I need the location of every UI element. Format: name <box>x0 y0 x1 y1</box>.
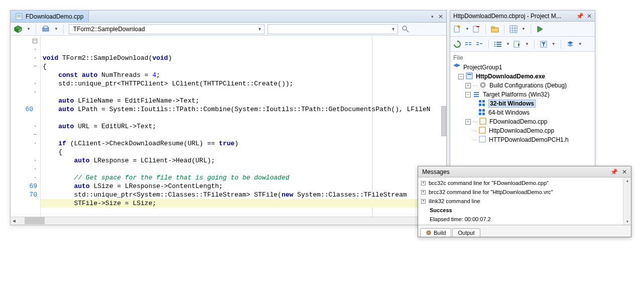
cpp-file-icon <box>479 118 487 126</box>
gear-icon <box>426 230 432 236</box>
message-line-success[interactable]: Success <box>418 206 631 215</box>
remove-file-icon[interactable] <box>472 25 480 33</box>
messages-panel: Messages 📌 ✕ + bcc32c command line for "… <box>418 166 631 237</box>
messages-titlebar: Messages 📌 ✕ <box>418 166 631 177</box>
dropdown-arrow-icon[interactable]: ▼ <box>525 42 529 46</box>
secondary-selector-dropdown[interactable]: ▼ <box>268 24 398 34</box>
code-line <box>41 131 446 139</box>
horizontal-scrollbar[interactable]: ◂ <box>11 217 446 225</box>
close-tab-icon[interactable]: ✕ <box>438 13 443 20</box>
pin-icon[interactable]: 📌 <box>576 13 584 20</box>
cube-icon[interactable] <box>14 25 23 34</box>
svg-rect-25 <box>465 42 468 43</box>
svg-rect-53 <box>482 100 485 103</box>
svg-rect-33 <box>496 42 501 43</box>
message-line[interactable]: + ilink32 command line <box>418 197 631 206</box>
tree-expand-icon[interactable]: + <box>465 83 471 88</box>
tree-collapse-icon[interactable]: − <box>458 74 464 79</box>
dropdown-arrow-icon[interactable]: ▼ <box>27 27 31 31</box>
close-panel-icon[interactable]: ✕ <box>622 168 627 175</box>
code-line: if (LClient->CheckDownloadResume(URL) ==… <box>41 139 446 148</box>
method-selector-dropdown[interactable]: TForm2::SampleDownload ▼ <box>69 24 265 34</box>
pin-icon[interactable]: 📌 <box>610 168 618 175</box>
project-panel-title: HttpDownloadDemo.cbproj - Project M... <box>453 13 561 20</box>
tree-collapse-icon[interactable]: − <box>465 92 471 98</box>
svg-rect-56 <box>479 109 481 112</box>
folder-icon[interactable] <box>491 25 499 33</box>
target-icon <box>473 90 481 99</box>
dropdown-arrow-icon[interactable]: ▼ <box>54 27 58 31</box>
code-line: std::unique_ptr<THTTPClient> LClient(THT… <box>41 79 446 88</box>
svg-marker-44 <box>454 64 460 67</box>
editor-tab-fdownloaddemo[interactable]: FDownloadDemo.cpp <box>11 11 89 22</box>
collapse-all-icon[interactable] <box>475 40 483 48</box>
messages-title: Messages <box>422 168 450 175</box>
code-editor-panel: FDownloadDemo.cpp ▾ ✕ ▼ ▼ TForm2::Sample… <box>10 10 447 225</box>
tree-node-source-fdownloaddemo[interactable]: + ⋯ FDownloadDemo.cpp <box>453 117 592 126</box>
project-group-icon <box>453 63 461 71</box>
svg-marker-23 <box>538 26 543 32</box>
tree-node-32bit-windows[interactable]: 32-bit Windows <box>453 99 592 108</box>
tree-node-target-platforms[interactable]: − Target Platforms (Win32) <box>453 90 592 99</box>
tree-node-exe[interactable]: − HttpDownloadDemo.exe <box>453 72 592 81</box>
svg-rect-7 <box>44 26 48 28</box>
code-line <box>41 208 446 216</box>
grid-icon[interactable] <box>509 25 518 33</box>
expand-icon[interactable]: + <box>421 181 426 185</box>
messages-scrollbar[interactable]: ▴▾ <box>623 177 631 225</box>
svg-rect-59 <box>482 113 485 115</box>
svg-point-48 <box>482 84 484 86</box>
close-panel-icon[interactable]: ✕ <box>587 13 592 20</box>
add-file-icon[interactable] <box>453 25 461 33</box>
tree-expand-icon[interactable]: + <box>465 119 471 125</box>
gear-icon <box>479 81 487 89</box>
vertical-scrollbar[interactable] <box>441 106 446 136</box>
dropdown-arrow-icon[interactable]: ▼ <box>552 42 556 46</box>
svg-rect-60 <box>480 118 486 124</box>
exe-icon <box>466 72 474 80</box>
svg-rect-35 <box>496 44 501 45</box>
svg-rect-58 <box>479 113 481 115</box>
tree-node-source-pch[interactable]: ⋯ HTTPDownloadDemoPCH1.h <box>453 135 592 144</box>
sync-icon[interactable] <box>513 40 521 48</box>
search-icon[interactable] <box>401 25 410 34</box>
code-line: STFile->Size = LSize; <box>41 199 446 208</box>
expand-icon[interactable]: + <box>421 199 426 204</box>
code-line: { <box>41 62 446 71</box>
line-number: 69 <box>29 182 37 190</box>
printer-icon[interactable] <box>41 25 50 34</box>
svg-rect-46 <box>467 74 471 75</box>
layers-icon[interactable] <box>566 40 574 48</box>
project-tree: File ProjectGroup1 − HttpDownloadDemo.ex… <box>450 52 595 146</box>
tree-root-projectgroup[interactable]: ProjectGroup1 <box>453 63 592 72</box>
chevron-down-icon[interactable]: ▾ <box>431 14 436 19</box>
fold-minus-icon[interactable]: − <box>33 39 37 43</box>
expand-all-icon[interactable] <box>464 40 472 48</box>
editor-toolbar: ▼ ▼ TForm2::SampleDownload ▼ ▼ <box>11 23 446 36</box>
tree-node-64bit-windows[interactable]: 64-bit Windows <box>453 108 592 117</box>
code-line: { <box>41 148 446 156</box>
message-line-elapsed[interactable]: Elapsed time: 00:00:07.2 <box>418 215 631 224</box>
messages-tab-build[interactable]: Build <box>420 228 451 237</box>
dropdown-arrow-icon[interactable]: ▼ <box>465 27 469 31</box>
tree-node-source-httpdownloaddemo[interactable]: ⋯ HttpDownloadDemo.cpp <box>453 126 592 135</box>
code-text-area[interactable]: void TForm2::SampleDownload(void){ const… <box>41 36 446 217</box>
run-icon[interactable] <box>536 25 544 33</box>
svg-rect-62 <box>479 136 485 142</box>
filter-icon[interactable] <box>540 40 548 48</box>
message-line[interactable]: + brcc32 command line for "HttpDownloadD… <box>418 187 631 197</box>
cpp-file-icon <box>16 13 23 20</box>
tree-node-build-configs[interactable]: + ⋯ Build Configurations (Debug) <box>453 81 592 90</box>
dropdown-arrow-icon[interactable]: ▼ <box>522 27 526 31</box>
list-icon[interactable] <box>494 40 502 48</box>
dropdown-arrow-icon[interactable]: ▼ <box>506 42 510 46</box>
refresh-icon[interactable] <box>453 40 461 48</box>
expand-icon[interactable]: + <box>421 190 426 195</box>
message-line[interactable]: + bcc32c command line for "FDownloadDemo… <box>418 178 631 187</box>
code-line: auto LSize = LResponse->ContentLength; <box>41 182 446 191</box>
messages-tab-output[interactable]: Output <box>452 228 480 237</box>
svg-rect-17 <box>491 27 494 28</box>
svg-marker-43 <box>567 44 573 47</box>
project-panel-titlebar: HttpDownloadDemo.cbproj - Project M... 📌… <box>450 11 595 22</box>
dropdown-arrow-icon[interactable]: ▼ <box>578 42 582 46</box>
